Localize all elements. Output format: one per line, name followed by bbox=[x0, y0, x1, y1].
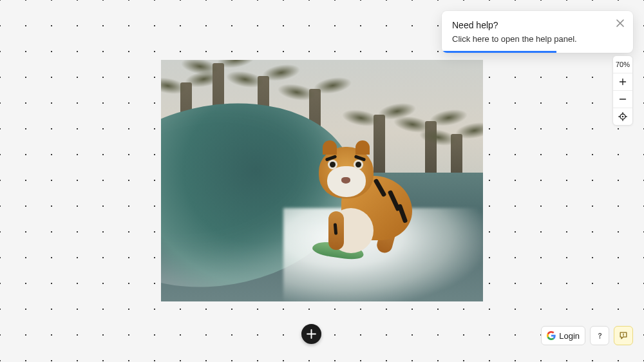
svg-point-1 bbox=[622, 116, 624, 118]
add-button[interactable] bbox=[301, 324, 321, 344]
feedback-icon bbox=[619, 331, 628, 340]
question-icon bbox=[596, 332, 604, 340]
help-popover-body: Click here to open the help panel. bbox=[452, 34, 623, 44]
zoom-out-button[interactable] bbox=[613, 91, 632, 108]
close-button[interactable] bbox=[615, 18, 625, 28]
svg-point-2 bbox=[623, 336, 623, 336]
plus-icon bbox=[307, 329, 316, 339]
plus-icon bbox=[619, 78, 627, 86]
help-popover-title: Need help? bbox=[452, 20, 623, 30]
popover-progress-bar bbox=[442, 51, 556, 53]
zoom-controls: 70% bbox=[612, 55, 633, 126]
login-button[interactable]: Login bbox=[541, 326, 585, 345]
minus-icon bbox=[619, 95, 627, 103]
recenter-button[interactable] bbox=[613, 108, 632, 125]
canvas-image[interactable] bbox=[161, 60, 483, 301]
footer-controls: Login bbox=[541, 326, 633, 345]
login-label: Login bbox=[559, 331, 580, 341]
help-popover[interactable]: Need help? Click here to open the help p… bbox=[442, 11, 633, 53]
crosshair-icon bbox=[618, 112, 627, 121]
zoom-level-readout: 70% bbox=[613, 56, 632, 73]
zoom-in-button[interactable] bbox=[613, 73, 632, 91]
close-icon bbox=[616, 19, 624, 27]
help-button[interactable] bbox=[590, 326, 609, 345]
feedback-button[interactable] bbox=[614, 326, 633, 345]
google-logo-icon bbox=[547, 331, 556, 340]
